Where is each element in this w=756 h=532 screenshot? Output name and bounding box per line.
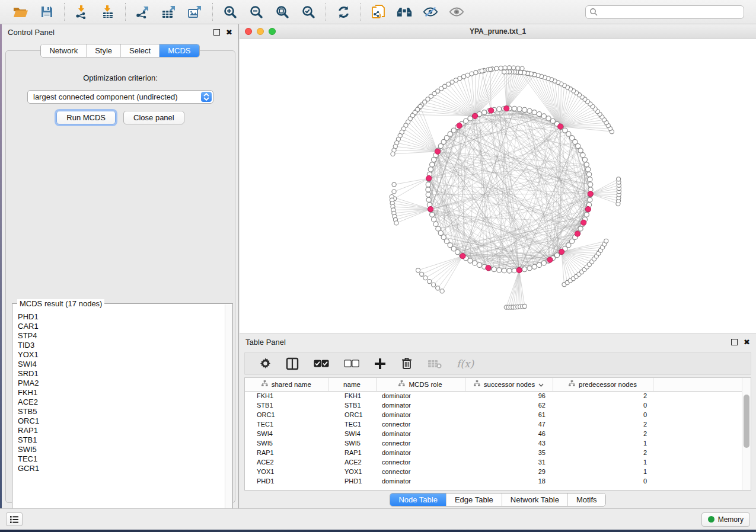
mcds-list-scrollbar[interactable] — [225, 305, 232, 523]
zoom-out-icon[interactable] — [248, 4, 264, 20]
delete-row-icon[interactable] — [401, 357, 413, 371]
table-row[interactable]: SWI5SWI5connector431 — [245, 438, 742, 448]
memory-button[interactable]: Memory — [701, 512, 750, 527]
add-row-icon[interactable] — [374, 357, 386, 371]
mcds-result-item[interactable]: SWI5 — [18, 445, 224, 454]
search-icon — [589, 8, 598, 16]
table-tab-network-table[interactable]: Network Table — [502, 493, 567, 506]
mcds-result-item[interactable]: RAP1 — [18, 426, 224, 435]
float-table-panel-icon[interactable] — [731, 339, 738, 345]
table-row[interactable]: YOX1YOX1connector291 — [245, 467, 742, 476]
table-row[interactable]: PHD1PHD1dominator180 — [245, 476, 742, 486]
app: { "toolbar": { "icons": ["open-folder","… — [0, 0, 756, 532]
column-header-mcds-role[interactable]: MCDS role — [376, 378, 465, 391]
deselect-all-icon[interactable] — [344, 357, 359, 371]
mcds-result-item[interactable]: SRD1 — [18, 369, 224, 379]
table-row[interactable]: ACE2ACE2connector311 — [245, 457, 742, 467]
mcds-result-item[interactable]: STB5 — [18, 407, 224, 416]
mcds-tab-pane: Optimization criterion: largest connecte… — [5, 50, 235, 503]
open-folder-icon[interactable] — [13, 4, 28, 20]
control-tab-network[interactable]: Network — [41, 44, 86, 57]
export-table-icon[interactable] — [161, 4, 177, 20]
table-row[interactable]: ORC1ORC1dominator610 — [245, 410, 742, 419]
table-scrollbar[interactable] — [742, 378, 751, 490]
mcds-result-item[interactable]: ORC1 — [18, 416, 224, 426]
table-scrollbar-thumb[interactable] — [744, 395, 749, 448]
table-tabs: Node TableEdge TableNetwork TableMotifs — [390, 493, 605, 507]
search-input[interactable] — [600, 8, 740, 16]
table-panel-titlebar: Table Panel ✖ — [240, 334, 756, 350]
zoom-fit-icon[interactable] — [275, 4, 290, 20]
show-all-eye-icon[interactable] — [449, 4, 464, 20]
control-tab-mcds[interactable]: MCDS — [159, 44, 199, 57]
table-tab-motifs[interactable]: Motifs — [567, 493, 605, 506]
mcds-result-item[interactable]: SWI4 — [18, 360, 224, 369]
toolbar-group-zoom — [213, 2, 326, 22]
mcds-result-item[interactable]: TEC1 — [18, 454, 224, 464]
column-header-predecessor-nodes[interactable]: predecessor nodes — [553, 378, 653, 391]
import-network-icon[interactable] — [74, 4, 90, 20]
zoom-in-icon[interactable] — [222, 4, 238, 20]
settings-gear-icon[interactable] — [259, 357, 271, 371]
tree-icon — [474, 380, 480, 388]
mcds-result-item[interactable]: PMA2 — [18, 379, 224, 388]
table-row[interactable]: STB1STB1dominator620 — [245, 400, 742, 410]
control-tab-style[interactable]: Style — [86, 44, 120, 57]
mcds-result-item[interactable]: YOX1 — [18, 350, 224, 360]
mcds-result-item[interactable]: STP4 — [18, 331, 224, 341]
mcds-result-item[interactable]: TID3 — [18, 341, 224, 350]
main-toolbar — [0, 0, 756, 24]
save-icon[interactable] — [39, 4, 55, 20]
control-panel-titlebar: Control Panel ✖ — [2, 24, 238, 40]
list-icon — [9, 515, 19, 524]
column-layout-icon[interactable] — [286, 357, 299, 371]
search-binoculars-icon[interactable] — [397, 4, 412, 20]
function-label: f(x) — [457, 358, 474, 370]
close-panel-icon[interactable]: ✖ — [226, 29, 232, 36]
table-row[interactable]: FKH1FKH1dominator962 — [245, 391, 742, 400]
close-panel-button[interactable]: Close panel — [123, 111, 184, 124]
toolbar-group-view — [361, 2, 474, 22]
table-row[interactable]: SWI4SWI4dominator462 — [245, 429, 742, 438]
dropdown-stepper-icon — [201, 92, 212, 102]
mcds-result-item[interactable]: ACE2 — [18, 398, 224, 407]
run-mcds-button[interactable]: Run MCDS — [56, 111, 116, 124]
control-panel: Control Panel ✖ NetworkStyleSelectMCDS O… — [2, 24, 239, 508]
table-tab-edge-table[interactable]: Edge Table — [446, 493, 502, 506]
control-tabs: NetworkStyleSelectMCDS — [40, 44, 199, 57]
table-toolbar: f(x) — [244, 352, 751, 375]
network-titlebar: YPA_prune.txt_1 — [240, 24, 756, 39]
network-window: YPA_prune.txt_1 — [240, 24, 756, 334]
network-canvas[interactable] — [240, 39, 756, 334]
zoom-selected-icon[interactable] — [301, 4, 316, 20]
mcds-result-item[interactable]: STB1 — [18, 435, 224, 445]
table-row[interactable]: RAP1RAP1dominator352 — [245, 448, 742, 457]
toolbar-group-import — [65, 2, 125, 22]
close-table-panel-icon[interactable]: ✖ — [744, 339, 750, 345]
column-header-shared-name[interactable]: shared name — [245, 378, 328, 391]
column-header-name[interactable]: name — [328, 378, 376, 391]
node-table[interactable]: shared namenameMCDS rolesuccessor nodesp… — [245, 378, 742, 486]
mcds-result-list[interactable]: PHD1CAR1STP4TID3YOX1SWI4SRD1PMA2FKH1ACE2… — [12, 310, 224, 523]
mcds-result-item[interactable]: CAR1 — [18, 322, 224, 331]
criterion-dropdown[interactable]: largest connected component (undirected) — [27, 90, 213, 104]
clone-network-icon[interactable] — [371, 4, 386, 20]
task-history-button[interactable] — [6, 512, 23, 526]
table-tab-node-table[interactable]: Node Table — [390, 493, 446, 506]
mcds-result-item[interactable]: GCR1 — [18, 464, 224, 473]
sort-chevron-icon — [538, 381, 544, 388]
float-panel-icon[interactable] — [213, 29, 220, 36]
control-tab-select[interactable]: Select — [120, 44, 159, 57]
table-row[interactable]: TEC1TEC1connector472 — [245, 419, 742, 429]
select-all-icon[interactable] — [314, 357, 329, 371]
hide-selected-eye-icon[interactable] — [423, 4, 438, 20]
mcds-result-item[interactable]: FKH1 — [18, 388, 224, 398]
export-image-icon[interactable] — [187, 4, 203, 20]
export-network-icon[interactable] — [135, 4, 151, 20]
column-header-successor-nodes[interactable]: successor nodes — [465, 378, 553, 391]
import-table-icon[interactable] — [100, 4, 116, 20]
mcds-result-item[interactable]: PHD1 — [18, 312, 224, 322]
refresh-layout-icon[interactable] — [336, 4, 351, 20]
delete-table-icon — [428, 357, 442, 371]
apply-function-icon: f(x) — [457, 357, 474, 371]
